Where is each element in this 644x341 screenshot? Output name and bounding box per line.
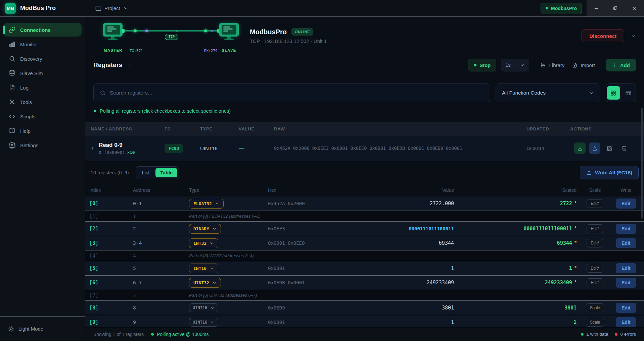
write-all-button[interactable]: Write All (FC16) [580,166,639,179]
type-select[interactable]: UINT16 [189,318,218,327]
scale-button[interactable]: Edit* [587,278,603,287]
chevron-down-icon [210,266,214,271]
title-bar: MB ModBus Pro Project ModbusPro [0,0,644,17]
type-value: UINT16 [193,320,207,325]
chevron-down-icon [212,281,217,285]
write-edit-button[interactable]: Edit [616,317,636,327]
function-code-select[interactable]: All Function Codes [496,83,600,102]
chevron-down-icon [212,227,217,231]
database-icon [540,62,546,68]
registers-heading: Registers [93,61,123,69]
col-index: Index [89,187,133,193]
expanded-panel: 10 registers (0–9) List Table Write All … [85,161,644,341]
import-button[interactable]: Import [570,62,596,68]
write-edit-button[interactable]: Edit [616,263,636,273]
close-button[interactable] [625,0,644,16]
main-content: TCP MASTER TX:371 RX:279 SLAVE ModbusPro… [85,17,644,341]
function-code-value: All Function Codes [502,90,546,96]
connection-status-pill[interactable]: ModbusPro [541,3,582,14]
polling-active-dot [151,333,154,336]
sidebar-item-monitor[interactable]: Monitor [3,38,82,51]
delete-button[interactable] [618,143,630,154]
sidebar-item-help[interactable]: Help [3,124,82,137]
minimize-button[interactable] [587,0,606,16]
write-edit-button[interactable]: Edit [616,224,636,234]
type-select[interactable]: UINT16 [189,303,218,312]
type-value: FLOAT32 [193,201,212,206]
write-edit-button[interactable]: Edit [616,278,636,288]
stop-polling-button[interactable]: Stop [468,59,496,71]
register-row-8: [8]8UINT160x0ED938013801ScaleEdit [85,301,644,315]
table-view-button[interactable]: Table [155,168,177,177]
scale-button[interactable]: Edit* [587,239,603,247]
sidebar-item-log[interactable]: Log [3,81,82,94]
sidebar-item-label: Scripts [20,114,36,119]
type-value: UINT32 [193,280,209,285]
error-dot [615,333,617,336]
scale-button[interactable]: Edit* [587,199,603,208]
row-address: 8 [133,305,189,310]
row-address: 4 [133,253,189,259]
light-mode-toggle[interactable]: Light Mode [0,316,85,341]
row-address: 3-4 [133,240,189,246]
grid-view-button[interactable] [607,86,620,100]
chevron-down-icon [215,202,219,206]
close-icon [632,5,637,11]
scale-button[interactable]: Edit* [587,224,603,233]
row-scaled: 69344 [557,240,572,246]
col-type: Type [189,187,268,193]
write-edit-button[interactable]: Edit [616,238,636,248]
polling-dot [474,64,476,66]
stop-label: Stop [479,62,491,68]
with-data-count: 1 with data [586,332,608,337]
restore-icon [613,6,618,11]
read-button[interactable] [574,143,586,154]
add-register-button[interactable]: Add [606,59,636,71]
connection-pill-label: ModbusPro [551,6,577,11]
maximize-button[interactable] [606,0,625,16]
fc-badge: FC03 [165,144,183,153]
register-group-row: ▼ Read 0-9 0 (0x0000)×10 FC03 UINT16 — 0… [85,135,644,161]
scale-button[interactable]: Scale [586,318,604,327]
scrollbar-thumb[interactable] [641,108,643,219]
type-select[interactable]: INT16 [189,264,218,273]
sidebar-item-connections[interactable]: Connections [3,23,82,37]
sidebar-item-discovery[interactable]: Discovery [3,52,82,65]
write-button[interactable] [589,143,600,154]
row-part-of-note: Part of [0] FLOAT32 (addresses 0–1) [189,214,454,219]
col-value: VALUE [239,126,274,131]
search-icon [100,90,106,96]
interval-select[interactable]: 1s [501,59,529,71]
type-select[interactable]: INT32 [189,238,218,248]
sidebar-item-slave-sim[interactable]: Slave Sim [3,66,82,80]
type-select[interactable]: FLOAT32 [189,199,224,209]
scale-button[interactable]: Scale [586,303,604,312]
row-value: 1 [369,265,454,271]
sidebar-item-label: Discovery [20,56,42,62]
disconnect-button[interactable]: Disconnect [582,30,624,42]
row-scaled: 249233409 [545,280,572,286]
group-type: UINT16 [200,146,239,151]
write-edit-button[interactable]: Edit [616,198,636,209]
project-menu[interactable]: Project [95,0,128,16]
library-button[interactable]: Library [539,62,566,68]
sidebar-item-settings[interactable]: Settings [3,138,82,152]
register-row-6: [6]6-7UINT320x0EDB 0x0001249233409249233… [85,276,644,290]
sidebar-item-tools[interactable]: Tools [3,95,82,109]
data-dot [581,333,584,336]
group-value: — [239,145,274,151]
trash-icon [622,146,627,151]
row-address: 9 [133,320,189,325]
table-view-button[interactable] [622,86,635,100]
sidebar-item-scripts[interactable]: Scripts [3,110,82,123]
type-select[interactable]: BINARY [189,224,221,234]
edit-button[interactable] [604,143,615,154]
scale-button[interactable]: Edit* [587,264,603,273]
polling-note-text: Polling all registers (click checkboxes … [100,108,231,114]
write-edit-button[interactable]: Edit [616,303,636,313]
search-input[interactable] [110,90,484,96]
type-select[interactable]: UINT32 [189,278,221,288]
list-view-button[interactable]: List [137,168,154,177]
chevron-down-icon[interactable] [631,34,636,39]
collapse-expander[interactable]: ▼ [91,146,94,150]
